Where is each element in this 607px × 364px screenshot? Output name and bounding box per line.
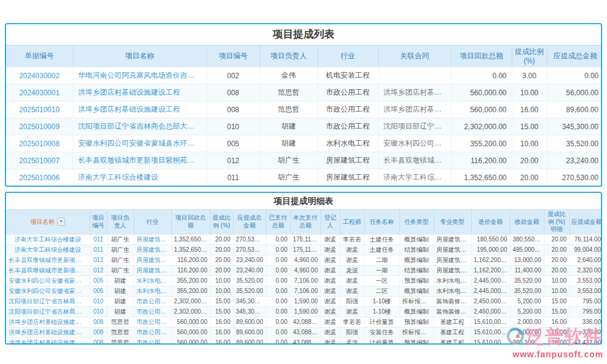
project-code-link[interactable]: 011: [90, 244, 107, 255]
project-name-link[interactable]: 安徽水利四公司安徽省蒙城县水环境综合治: [6, 275, 90, 286]
project-manager: 范思哲: [107, 327, 134, 337]
project-name-link[interactable]: 沈阳项目部辽宁省吉林商会总部大厦项目: [6, 296, 90, 306]
project-code-link[interactable]: 010: [90, 306, 107, 317]
task-type: 投标报价编制: [399, 327, 433, 337]
industry-link[interactable]: 水利水电工程: [134, 286, 171, 296]
receipt-amount: 5,200.00: [510, 306, 544, 317]
col-header-label: 单据编号: [25, 52, 54, 60]
commission-total: 35,520.00: [233, 286, 266, 296]
sort-dropdown-icon[interactable]: ▼: [57, 218, 65, 226]
project-name-link[interactable]: 长丰县双墩镇城市更新项目紫桐苑安置点: [6, 255, 90, 265]
payback-total: 560,000.00: [171, 337, 210, 345]
project-name-link[interactable]: 洪埠乡团店村基础设施建设工程: [73, 101, 206, 118]
industry: 市政公用工程: [317, 84, 378, 101]
cost-amount: 2,445,000.00: [471, 275, 510, 286]
project-name-link[interactable]: 济南大学工科综合楼建设: [6, 234, 90, 244]
project-name-link[interactable]: 洪埠乡团店村基础设施建设工程: [6, 327, 90, 337]
industry-link[interactable]: 房屋建筑工程: [134, 255, 171, 265]
industry-link[interactable]: 水利水电工程: [134, 275, 171, 286]
project-code-link[interactable]: 008: [90, 317, 107, 327]
project-name-link[interactable]: 长丰县双墩镇城市更新项目紫桐苑安置点: [6, 265, 90, 275]
industry-link[interactable]: 市政公用工程: [134, 317, 171, 327]
project-manager: 胡广生: [107, 255, 134, 265]
industry: 市政公用工程: [317, 101, 378, 118]
payback-total: 560,000.00: [171, 327, 210, 337]
doc-number-link[interactable]: 2025010009: [6, 118, 73, 135]
doc-number-link[interactable]: 2025010007: [6, 152, 73, 169]
registrar: 谢孟: [320, 327, 340, 337]
project-manager: 范思哲: [260, 101, 317, 118]
commission-amount: 3,553.00: [569, 286, 602, 296]
project-name-link[interactable]: 济南大学工科综合楼建设: [6, 244, 90, 255]
project-code-link[interactable]: 008: [90, 327, 107, 337]
project-name-link[interactable]: 安徽水利四公司安徽省蒙城县水环境综合治: [6, 286, 90, 296]
project-manager: 胡建: [260, 135, 317, 152]
col-header-project-name-link[interactable]: 项目名称▼: [6, 210, 90, 235]
paid-total: 0.00: [266, 275, 290, 286]
project-name-link[interactable]: 洪埠乡团店村基础设施建设工程: [73, 84, 206, 101]
industry-link[interactable]: 市政公用工程: [134, 327, 171, 337]
doc-number-link[interactable]: 2024030002: [6, 67, 73, 84]
project-manager: 胡建: [260, 118, 317, 135]
detail-commission-rate: 16.00: [544, 317, 569, 327]
project-code-link[interactable]: 010: [90, 296, 107, 306]
detail-header-row: 项目名称▼项目编号项目负责人行业项目回款总额提成比例 (%)应提成总金额已支付总…: [6, 210, 602, 235]
engineer: 谢孟: [340, 286, 364, 296]
col-header-payback-total: 项目回款总额: [171, 210, 210, 235]
project-name-link[interactable]: 长丰县双墩镇城市更新项目紫桐苑安置点: [73, 152, 206, 169]
project-manager: 胡建: [107, 296, 134, 306]
commission-total: 35,520.00: [233, 275, 266, 286]
project-name-link[interactable]: 安徽水利四公司安徽省蒙城县水环境综合治理...: [73, 135, 206, 152]
col-header-doc-number-link: 单据编号: [6, 46, 73, 67]
col-header-project-manager: 项目负责人: [107, 210, 134, 235]
doc-number-link[interactable]: 2025010008: [6, 135, 73, 152]
project-name-link[interactable]: 洪埠乡团店村基础设施建设工程: [6, 337, 90, 345]
payback-total: 2,302,000.00: [451, 118, 512, 135]
project-code-link[interactable]: 011: [90, 234, 107, 244]
project-name-link[interactable]: 济南大学工科综合楼建设: [73, 169, 206, 186]
commission-amount: 2,640.00: [569, 255, 602, 265]
commission-total: 23,240.00: [233, 265, 266, 275]
project-code-link[interactable]: 008: [90, 337, 107, 345]
task-type: 概算编制: [399, 234, 433, 244]
industry-link[interactable]: 房屋建筑工程: [134, 265, 171, 275]
task-name: 计价量算: [364, 317, 399, 327]
commission-amount: 99,004.00: [569, 244, 602, 255]
specialty-type: 基建工程: [433, 327, 471, 337]
project-code-link[interactable]: 012: [90, 255, 107, 265]
payback-total: 2,302,000.00: [171, 306, 210, 317]
project-code-link[interactable]: 005: [90, 286, 107, 296]
receipt-amount: 380,550.00: [510, 234, 544, 244]
cost-amount: 1,162,200.00: [471, 265, 510, 275]
col-header-project-code: 项目编号: [206, 46, 260, 67]
current-payment: 43,088.00: [290, 337, 320, 345]
cost-amount: 180,550.00: [471, 234, 510, 244]
table-row: 2025010010洪埠乡团店村基础设施建设工程008范思哲市政公用工程洪埠乡团…: [6, 101, 602, 118]
industry-link[interactable]: 市政公用工程: [134, 296, 171, 306]
doc-number-link[interactable]: 2025010006: [6, 169, 73, 186]
summary-table-body: 2024030002华电河南公司阿克塞风电场造价咨询项目002金伟机电安装工程0…: [6, 67, 602, 186]
doc-number-link[interactable]: 2024030001: [6, 84, 73, 101]
registrar: 谢孟: [320, 306, 340, 317]
table-row: 2024030001洪埠乡团店村基础设施建设工程008范思哲市政公用工程洪埠乡团…: [6, 84, 602, 101]
commission-amount: 2,320.00: [569, 265, 602, 275]
project-name-link[interactable]: 沈阳项目部辽宁省吉林商会总部大厦项目: [73, 118, 206, 135]
col-header-label: 项目回款总额: [459, 52, 503, 60]
detail-table-title: 项目提成明细表: [6, 193, 601, 209]
task-name: 一区: [364, 275, 399, 286]
industry-link[interactable]: 房屋建筑工程: [134, 234, 171, 244]
project-name-link[interactable]: 沈阳项目部辽宁省吉林商会总部大厦项目: [6, 306, 90, 317]
project-name-link[interactable]: 华电河南公司阿克塞风电场造价咨询项目: [73, 67, 206, 84]
industry-link[interactable]: 市政公用工程: [134, 306, 171, 317]
commission-rate: 10.00: [210, 286, 233, 296]
commission-total: 56,000.00: [547, 84, 602, 101]
payback-total: 560,000.00: [171, 317, 210, 327]
paid-total: 0.00: [266, 296, 290, 306]
project-name-link[interactable]: 洪埠乡团店村基础设施建设工程: [6, 317, 90, 327]
project-code-link[interactable]: 012: [90, 265, 107, 275]
industry-link[interactable]: 市政公用工程: [134, 337, 171, 345]
doc-number-link[interactable]: 2025010010: [6, 101, 73, 118]
registrar: 谢孟: [320, 337, 340, 345]
industry-link[interactable]: 房屋建筑工程: [134, 244, 171, 255]
project-code-link[interactable]: 005: [90, 275, 107, 286]
